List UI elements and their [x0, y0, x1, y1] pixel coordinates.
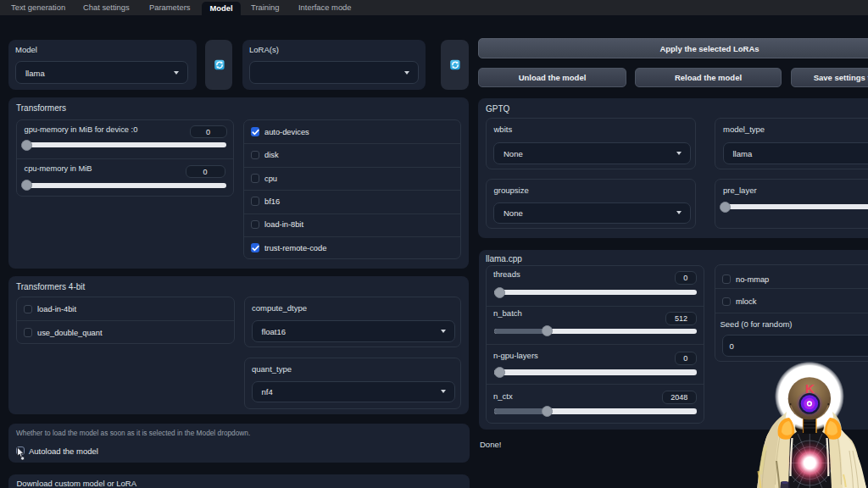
svg-text:K: K [805, 381, 815, 396]
